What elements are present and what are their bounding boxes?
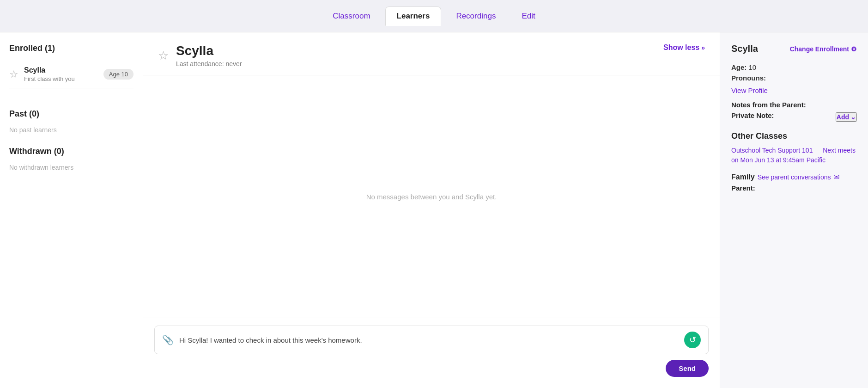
learner-age-badge: Age 10 xyxy=(103,69,134,80)
right-sidebar: Scylla Change Enrollment ⚙ Age: 10 Prono… xyxy=(720,32,868,388)
center-attendance: Last attendance: never xyxy=(176,60,242,68)
family-label: Family xyxy=(731,173,755,181)
center-learner-info: Scylla Last attendance: never xyxy=(176,43,242,68)
refresh-icon-button[interactable]: ↺ xyxy=(684,332,701,348)
learner-name: Scylla xyxy=(24,66,98,74)
change-enrollment-button[interactable]: Change Enrollment ⚙ xyxy=(790,45,857,53)
age-label: Age: xyxy=(731,63,747,71)
see-parent-conversations-link[interactable]: See parent conversations xyxy=(758,173,831,181)
add-note-button[interactable]: Add ⌄ xyxy=(836,112,857,122)
learner-card-scylla[interactable]: ☆ Scylla First class with you Age 10 xyxy=(9,61,134,88)
left-sidebar: Enrolled (1) ☆ Scylla First class with y… xyxy=(0,32,143,388)
change-enrollment-label: Change Enrollment xyxy=(790,45,849,53)
enrolled-title: Enrolled (1) xyxy=(9,43,134,53)
top-nav: Classroom Learners Recordings Edit xyxy=(0,0,868,32)
right-top-row: Scylla Change Enrollment ⚙ xyxy=(731,43,857,54)
refresh-icon: ↺ xyxy=(689,335,696,345)
private-note-row: Private Note: Add ⌄ xyxy=(731,111,857,122)
no-past-text: No past learners xyxy=(9,126,134,134)
center-header: ☆ Scylla Last attendance: never Show les… xyxy=(143,32,720,75)
chevrons-icon: » xyxy=(701,44,705,51)
add-label: Add xyxy=(837,113,849,121)
center-panel: ☆ Scylla Last attendance: never Show les… xyxy=(143,32,720,388)
messages-area: No messages between you and Scylla yet. xyxy=(143,75,720,318)
main-layout: Enrolled (1) ☆ Scylla First class with y… xyxy=(0,32,868,388)
show-less-button[interactable]: Show less » xyxy=(663,43,705,52)
email-icon[interactable]: ✉ xyxy=(833,172,839,181)
learner-info: Scylla First class with you xyxy=(24,66,98,82)
private-note-label: Private Note: xyxy=(731,111,774,119)
age-number: 10 xyxy=(749,63,757,71)
no-withdrawn-text: No withdrawn learners xyxy=(9,164,134,171)
chevron-down-icon: ⌄ xyxy=(850,113,856,121)
pronouns-row: Pronouns: xyxy=(731,74,857,82)
attachment-icon[interactable]: 📎 xyxy=(162,334,174,345)
tab-learners[interactable]: Learners xyxy=(385,6,442,26)
right-learner-name: Scylla xyxy=(731,43,758,54)
view-profile-link[interactable]: View Profile xyxy=(731,86,857,94)
notes-label: Notes from the Parent: xyxy=(731,101,857,109)
class-link[interactable]: Outschool Tech Support 101 — Next meets … xyxy=(731,146,857,165)
center-star-icon[interactable]: ☆ xyxy=(158,49,169,63)
other-classes-title: Other Classes xyxy=(731,131,857,141)
past-title: Past (0) xyxy=(9,109,134,119)
age-row: Age: 10 xyxy=(731,63,857,71)
family-row: Family See parent conversations ✉ xyxy=(731,172,857,181)
center-learner-name: Scylla xyxy=(176,43,242,58)
learner-star-icon[interactable]: ☆ xyxy=(9,68,18,80)
show-less-label: Show less xyxy=(663,43,699,52)
message-input-box: 📎 ↺ xyxy=(154,326,709,354)
gear-icon: ⚙ xyxy=(851,45,857,53)
past-section: Past (0) No past learners xyxy=(9,109,134,134)
message-input-area: 📎 ↺ Send xyxy=(143,318,720,388)
send-button[interactable]: Send xyxy=(666,360,709,377)
center-header-left: ☆ Scylla Last attendance: never xyxy=(158,43,242,68)
message-input[interactable] xyxy=(179,336,679,344)
learner-sub: First class with you xyxy=(24,75,98,82)
divider xyxy=(9,96,134,96)
withdrawn-title: Withdrawn (0) xyxy=(9,147,134,156)
parent-label: Parent: xyxy=(731,184,857,192)
no-messages-text: No messages between you and Scylla yet. xyxy=(366,193,497,201)
withdrawn-section: Withdrawn (0) No withdrawn learners xyxy=(9,147,134,171)
tab-edit[interactable]: Edit xyxy=(510,7,546,25)
tab-recordings[interactable]: Recordings xyxy=(445,7,507,25)
tab-classroom[interactable]: Classroom xyxy=(322,7,381,25)
pronouns-label: Pronouns: xyxy=(731,74,766,82)
